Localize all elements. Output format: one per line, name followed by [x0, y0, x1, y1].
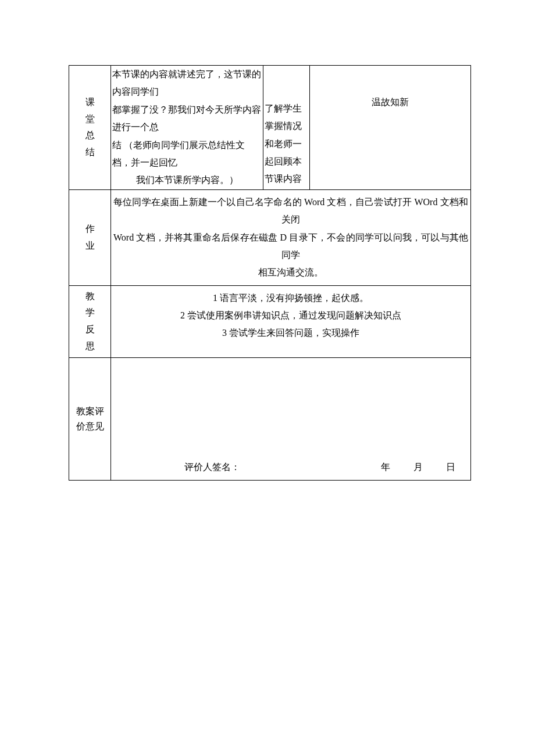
label-char: 业 [85, 238, 95, 255]
reflection-line: 2 尝试使用案例串讲知识点，通过发现问题解决知识点 [113, 307, 468, 324]
summary-note-cell: 温故知新 [310, 66, 471, 190]
summary-text-line: 都掌握了没？那我们对今天所学内容进行一个总 [112, 101, 262, 137]
label-char: 教 [85, 288, 95, 305]
summary-student-text: 了解学生掌握情况和老师一起回顾本节课内容 [265, 100, 308, 188]
table-row: 教案评 价意见 [69, 357, 471, 456]
label-line: 教案评 [76, 404, 104, 419]
row-label-evaluation: 教案评 价意见 [69, 357, 111, 480]
label-char: 结 [85, 144, 95, 161]
row-label-homework: 作 业 [69, 189, 111, 285]
table-row: 教 学 反 思 1 语言平淡，没有抑扬顿挫，起伏感。 2 尝试使用案例串讲知识点… [69, 285, 471, 357]
label-char: 作 [85, 221, 95, 238]
summary-student-cell: 了解学生掌握情况和老师一起回顾本节课内容 [263, 66, 310, 190]
summary-text-line: 我们本节课所学内容。） [112, 171, 262, 189]
label-char: 课 [85, 94, 95, 111]
signature-line: 评价人签名： 年 月 日 [113, 458, 468, 477]
row-label-summary: 课 堂 总 结 [69, 66, 111, 190]
reflection-body-cell: 1 语言平淡，没有抑扬顿挫，起伏感。 2 尝试使用案例串讲知识点，通过发现问题解… [111, 285, 471, 357]
summary-note-text: 温故知新 [372, 97, 409, 107]
homework-line: Word 文档，并将其重命名后保存在磁盘 D 目录下，不会的同学可以问我，可以与… [113, 229, 468, 264]
row-label-reflection: 教 学 反 思 [69, 285, 111, 357]
label-char: 学 [85, 304, 95, 321]
table-row: 作 业 每位同学在桌面上新建一个以自己名字命名的 Word 文档，自己尝试打开 … [69, 189, 471, 285]
date-day-label: 日 [446, 462, 455, 472]
label-vertical: 作 业 [72, 221, 108, 255]
date-month-label: 月 [413, 462, 423, 472]
label-char: 总 [85, 127, 95, 144]
label-vertical: 教案评 价意见 [72, 404, 108, 433]
date-year-label: 年 [381, 462, 390, 472]
signature-date: 年 月 日 [370, 458, 466, 476]
page: 课 堂 总 结 本节课的内容就讲述完了，这节课的内容同学们 都掌握了没？那我们对… [0, 0, 535, 756]
label-vertical: 课 堂 总 结 [72, 94, 108, 161]
label-char: 堂 [85, 111, 95, 128]
evaluation-body-cell [111, 357, 471, 456]
label-line: 价意见 [76, 419, 104, 434]
table-row: 评价人签名： 年 月 日 [69, 456, 471, 480]
evaluation-signature-cell: 评价人签名： 年 月 日 [111, 456, 471, 480]
label-vertical: 教 学 反 思 [72, 288, 108, 355]
summary-text-line: 结 （老师向同学们展示总结性文档，并一起回忆 [112, 137, 262, 172]
label-char: 思 [85, 338, 95, 355]
homework-line: 每位同学在桌面上新建一个以自己名字命名的 Word 文档，自己尝试打开 WOrd… [113, 194, 468, 229]
summary-main-cell: 本节课的内容就讲述完了，这节课的内容同学们 都掌握了没？那我们对今天所学内容进行… [111, 66, 263, 190]
reflection-line: 1 语言平淡，没有抑扬顿挫，起伏感。 [113, 289, 468, 307]
homework-body-cell: 每位同学在桌面上新建一个以自己名字命名的 Word 文档，自己尝试打开 WOrd… [111, 189, 471, 285]
signature-label: 评价人签名： [184, 458, 240, 476]
reflection-line: 3 尝试学生来回答问题，实现操作 [113, 324, 468, 342]
lesson-plan-table: 课 堂 总 结 本节课的内容就讲述完了，这节课的内容同学们 都掌握了没？那我们对… [69, 65, 471, 481]
homework-line: 相互沟通交流。 [113, 264, 468, 281]
summary-text-line: 本节课的内容就讲述完了，这节课的内容同学们 [112, 66, 262, 101]
label-char: 反 [85, 321, 95, 338]
table-row: 课 堂 总 结 本节课的内容就讲述完了，这节课的内容同学们 都掌握了没？那我们对… [69, 66, 471, 190]
